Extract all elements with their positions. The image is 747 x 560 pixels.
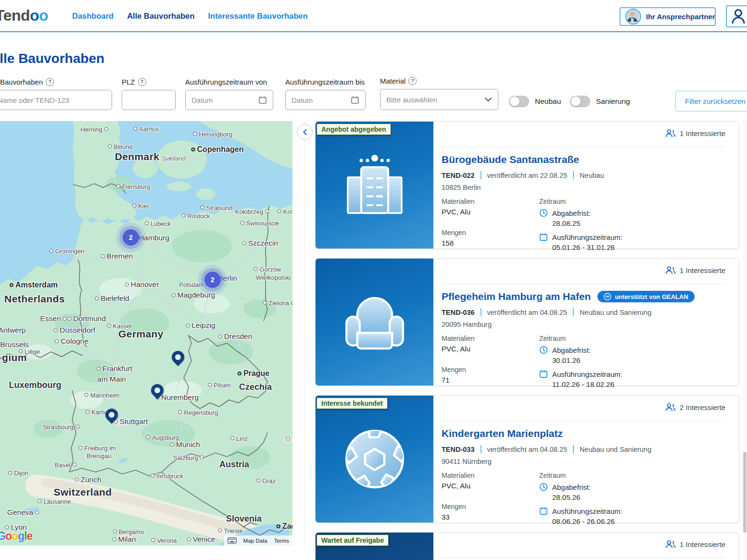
map-label: Zürich [75, 475, 101, 484]
map-label: Copenhagen [191, 145, 244, 154]
filter-bauvorhaben: Bauvorhaben ? [0, 77, 112, 110]
profile-button[interactable] [726, 5, 747, 27]
calendar-icon[interactable] [351, 96, 359, 104]
people-icon [665, 266, 676, 274]
interested-count: 1 Interessierte [665, 540, 725, 548]
help-icon[interactable]: ? [138, 78, 146, 86]
neubau-toggle[interactable] [509, 96, 529, 107]
project-title[interactable]: Pflegeheim Hamburg am Hafen [442, 291, 591, 302]
period-label: Ausführungszeitraum: [552, 507, 622, 515]
plz-input[interactable] [128, 96, 169, 105]
map-label: Bergamo [113, 528, 144, 535]
map-label: Kołobrzeg [235, 208, 269, 215]
map[interactable]: HerningAarhusHelsingborgBillundCopenhage… [0, 121, 292, 546]
chevron-down-icon [484, 97, 492, 102]
meta-separator [481, 171, 481, 179]
map-label: am Main [97, 375, 126, 384]
app-root: Tendoo Dashboard Alle Bauvorhaben Intere… [0, 0, 747, 560]
published-date: veröffentlicht am 04.08.25 [487, 446, 568, 453]
map-label: Gorzów [254, 266, 281, 273]
map-label: Salzburg [173, 454, 203, 461]
map-label: Slovenia [226, 514, 262, 524]
project-id: TEND-022 [442, 172, 475, 179]
map-label: Amsterdam [10, 281, 58, 289]
deadline-value: 30.01.26 [552, 356, 725, 364]
project-card[interactable]: Wartet auf Freigabe 1 Interessierte [315, 532, 739, 560]
map-label: Pilsen [208, 382, 230, 389]
project-location: 10825 Berlin [442, 184, 725, 191]
map-label: Breisgau [87, 452, 111, 460]
map-label: Linz [230, 435, 248, 442]
map-label: Venice [187, 535, 215, 544]
meta-separator [481, 445, 481, 453]
map-label: Bielefeld [95, 294, 129, 303]
project-title[interactable]: Bürogebäude Santanastraße [442, 154, 579, 165]
project-title[interactable]: Kindergarten Marienplatz [442, 428, 563, 439]
scrollbar-thumb[interactable] [743, 452, 747, 533]
quantity-label: Mengen [442, 229, 539, 236]
timeframe-label: Zeitraum [539, 335, 725, 342]
filter-toggle-sanierung: Sanierung [570, 96, 630, 107]
map-label: Dortmund [67, 314, 106, 323]
bauvorhaben-search-input[interactable] [0, 96, 106, 105]
help-icon[interactable]: ? [46, 78, 54, 86]
card-divider [442, 284, 725, 284]
deadline-label: Abgabefrist: [552, 209, 591, 217]
people-icon [665, 403, 676, 411]
map-data-link[interactable]: Map Data [240, 535, 271, 546]
map-label: Dresden [218, 332, 253, 341]
map-label: Freiburg im [78, 445, 116, 452]
date-from-field[interactable]: Datum [185, 90, 273, 110]
date-to-field[interactable]: Datum [285, 90, 366, 110]
map-label: Frankfurt [97, 364, 132, 373]
help-icon[interactable]: ? [408, 77, 417, 85]
project-list: Angebot abgegeben 1 Interessierte [315, 121, 739, 560]
terms-link[interactable]: Terms [271, 535, 292, 546]
project-card[interactable]: 1 Interessierte Pflegeheim Hamburg am Ha… [315, 258, 739, 386]
deadline-label: Abgabefrist: [552, 483, 591, 491]
calendar-icon[interactable] [258, 96, 267, 104]
card-divider [442, 421, 725, 421]
sanierung-toggle[interactable] [570, 96, 590, 107]
map-label: Munich [170, 440, 200, 449]
contact-button[interactable]: Ihr Ansprechpartner [620, 7, 716, 26]
map-label: Antwerp [0, 326, 25, 335]
interested-count-label: 1 Interessierte [680, 129, 725, 137]
collapse-map-button[interactable] [297, 124, 313, 140]
map-label: Lübeck [145, 220, 171, 227]
nav-interessante-bauvorhaben[interactable]: Interessante Bauvorhaben [208, 12, 307, 21]
scrollbar-track[interactable] [743, 120, 747, 560]
nav-alle-bauvorhaben[interactable]: Alle Bauvorhaben [127, 12, 194, 21]
gealan-badge: unterstützt von GEALAN [597, 291, 694, 302]
quantity-value: 71 [442, 376, 539, 384]
meta-separator [573, 308, 574, 316]
materials-value: PVC, Alu [442, 208, 539, 216]
map-cluster-marker[interactable]: 2 [204, 272, 221, 288]
timeframe-label: Zeitraum [539, 198, 725, 205]
map-label: Zagr [277, 522, 292, 531]
project-card[interactable]: Interesse bekundet 2 Interessierte [315, 395, 739, 523]
materials-column: Materialien PVC, Alu Mengen 33 [442, 472, 539, 525]
material-select[interactable]: Bitte auswählen [380, 89, 498, 110]
clock-icon [539, 346, 548, 354]
map-label: Graz [256, 477, 276, 485]
map-label: Świnoujście [241, 220, 279, 227]
map-label: Basel [55, 461, 76, 469]
map-label: Milan [112, 535, 136, 544]
clock-icon [539, 209, 548, 217]
map-label: Netherlands [4, 293, 65, 305]
chevron-left-icon [302, 129, 308, 136]
map-label: Wielkopolski [256, 274, 291, 281]
project-image [316, 122, 433, 249]
panel-divider [304, 121, 304, 546]
map-label: Leipzig [186, 321, 215, 330]
project-meta: TEND-022 veröffentlicht am 22.08.25 Neub… [442, 171, 725, 179]
project-card-body: 1 Interessierte Pflegeheim Hamburg am Ha… [433, 259, 739, 386]
nav-dashboard[interactable]: Dashboard [72, 12, 114, 21]
project-card[interactable]: Angebot abgegeben 1 Interessierte [315, 121, 739, 249]
filter-toggle-neubau: Neubau [509, 96, 561, 107]
map-cluster-marker[interactable]: 2 [123, 229, 139, 246]
map-label: Herning [80, 126, 108, 133]
google-logo[interactable]: Google [0, 530, 32, 543]
keyboard-shortcuts-icon[interactable] [224, 535, 240, 546]
